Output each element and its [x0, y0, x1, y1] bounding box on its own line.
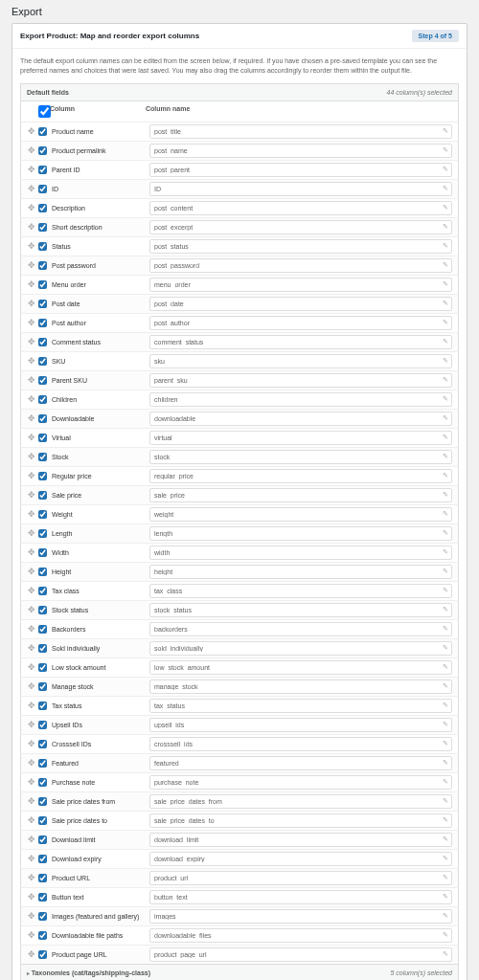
row-checkbox[interactable]: [38, 721, 47, 729]
column-name-input[interactable]: [149, 220, 452, 234]
row-checkbox[interactable]: [38, 663, 47, 672]
row-checkbox[interactable]: [38, 568, 47, 576]
column-name-input[interactable]: [149, 392, 452, 407]
column-name-input[interactable]: [149, 488, 452, 502]
column-name-input[interactable]: [149, 258, 452, 273]
drag-handle-icon[interactable]: [27, 547, 36, 557]
drag-handle-icon[interactable]: [27, 299, 36, 308]
column-name-input[interactable]: [149, 526, 452, 541]
column-name-input[interactable]: [149, 584, 452, 598]
row-checkbox[interactable]: [38, 855, 47, 863]
drag-handle-icon[interactable]: [27, 777, 36, 787]
drag-handle-icon[interactable]: [27, 720, 36, 729]
row-checkbox[interactable]: [38, 682, 47, 691]
drag-handle-icon[interactable]: [27, 567, 36, 576]
drag-handle-icon[interactable]: [27, 854, 36, 863]
row-checkbox[interactable]: [38, 376, 47, 385]
drag-handle-icon[interactable]: [27, 490, 36, 500]
column-name-input[interactable]: [149, 909, 452, 924]
row-checkbox[interactable]: [38, 357, 47, 366]
column-name-input[interactable]: [149, 335, 452, 349]
drag-handle-icon[interactable]: [27, 949, 36, 959]
row-checkbox[interactable]: [38, 280, 47, 289]
row-checkbox[interactable]: [38, 242, 47, 251]
column-name-input[interactable]: [149, 699, 452, 713]
row-checkbox[interactable]: [38, 319, 47, 327]
column-name-input[interactable]: [149, 947, 452, 962]
row-checkbox[interactable]: [38, 185, 47, 193]
row-checkbox[interactable]: [38, 816, 47, 825]
drag-handle-icon[interactable]: [27, 605, 36, 614]
column-name-input[interactable]: [149, 641, 452, 656]
row-checkbox[interactable]: [38, 778, 47, 787]
column-name-input[interactable]: [149, 182, 452, 196]
drag-handle-icon[interactable]: [27, 471, 36, 480]
accordion-section[interactable]: Taxonomies (cat/tags/shipping-class)5 co…: [20, 965, 459, 980]
drag-handle-icon[interactable]: [27, 796, 36, 806]
row-checkbox[interactable]: [38, 434, 47, 442]
row-checkbox[interactable]: [38, 759, 47, 768]
column-name-input[interactable]: [149, 833, 452, 847]
drag-handle-icon[interactable]: [27, 222, 36, 232]
column-name-input[interactable]: [149, 813, 452, 828]
row-checkbox[interactable]: [38, 204, 47, 212]
column-name-input[interactable]: [149, 124, 452, 139]
column-name-input[interactable]: [149, 163, 452, 177]
section-default-fields[interactable]: Default fields 44 column(s) selected: [20, 83, 459, 101]
row-checkbox[interactable]: [38, 950, 47, 959]
row-checkbox[interactable]: [38, 625, 47, 634]
column-name-input[interactable]: [149, 871, 452, 885]
drag-handle-icon[interactable]: [27, 643, 36, 653]
row-checkbox[interactable]: [38, 510, 47, 519]
row-checkbox[interactable]: [38, 414, 47, 423]
column-name-input[interactable]: [149, 297, 452, 311]
row-checkbox[interactable]: [38, 548, 47, 557]
column-name-input[interactable]: [149, 239, 452, 254]
column-name-input[interactable]: [149, 622, 452, 636]
column-name-input[interactable]: [149, 507, 452, 522]
drag-handle-icon[interactable]: [27, 203, 36, 212]
row-checkbox[interactable]: [38, 453, 47, 461]
drag-handle-icon[interactable]: [27, 586, 36, 595]
row-checkbox[interactable]: [38, 797, 47, 806]
column-name-input[interactable]: [149, 565, 452, 579]
column-name-input[interactable]: [149, 718, 452, 732]
drag-handle-icon[interactable]: [27, 815, 36, 825]
row-checkbox[interactable]: [38, 261, 47, 270]
drag-handle-icon[interactable]: [27, 413, 36, 423]
drag-handle-icon[interactable]: [27, 892, 36, 902]
row-checkbox[interactable]: [38, 606, 47, 614]
row-checkbox[interactable]: [38, 223, 47, 232]
drag-handle-icon[interactable]: [27, 739, 36, 748]
drag-handle-icon[interactable]: [27, 318, 36, 327]
row-checkbox[interactable]: [38, 529, 47, 538]
column-name-input[interactable]: [149, 928, 452, 943]
row-checkbox[interactable]: [38, 702, 47, 710]
drag-handle-icon[interactable]: [27, 624, 36, 634]
row-checkbox[interactable]: [38, 166, 47, 174]
column-name-input[interactable]: [149, 278, 452, 292]
row-checkbox[interactable]: [38, 127, 47, 136]
drag-handle-icon[interactable]: [27, 681, 36, 691]
column-name-input[interactable]: [149, 354, 452, 368]
drag-handle-icon[interactable]: [27, 433, 36, 442]
column-name-input[interactable]: [149, 775, 452, 790]
column-name-input[interactable]: [149, 890, 452, 904]
row-checkbox[interactable]: [38, 931, 47, 940]
drag-handle-icon[interactable]: [27, 184, 36, 193]
row-checkbox[interactable]: [38, 472, 47, 480]
column-name-input[interactable]: [149, 431, 452, 445]
row-checkbox[interactable]: [38, 338, 47, 346]
row-checkbox[interactable]: [38, 874, 47, 882]
row-checkbox[interactable]: [38, 146, 47, 155]
column-name-input[interactable]: [149, 201, 452, 215]
column-name-input[interactable]: [149, 756, 452, 770]
column-name-input[interactable]: [149, 316, 452, 330]
row-checkbox[interactable]: [38, 740, 47, 748]
drag-handle-icon[interactable]: [27, 337, 36, 346]
column-name-input[interactable]: [149, 412, 452, 426]
column-name-input[interactable]: [149, 373, 452, 388]
column-name-input[interactable]: [149, 794, 452, 809]
row-checkbox[interactable]: [38, 835, 47, 844]
column-name-input[interactable]: [149, 546, 452, 560]
